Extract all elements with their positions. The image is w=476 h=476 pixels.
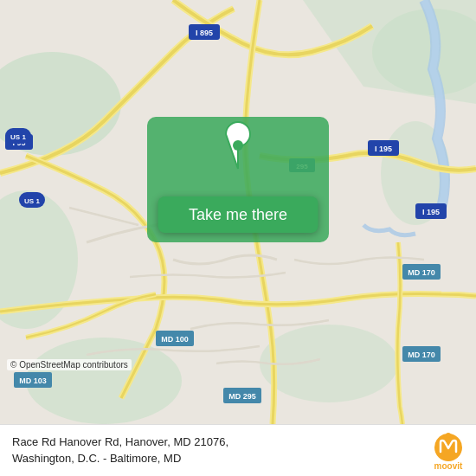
bottom-bar: Race Rd Hanover Rd, Hanover, MD 21076, W… [0, 424, 476, 476]
address-text: Race Rd Hanover Rd, Hanover, MD 21076, W… [12, 434, 424, 466]
svg-text:MD 100: MD 100 [161, 335, 189, 344]
moovit-label: moovit [434, 461, 463, 471]
osm-attribution: © OpenStreetMap contributors [7, 359, 132, 370]
svg-text:MD 103: MD 103 [19, 376, 47, 385]
svg-point-35 [446, 433, 451, 438]
svg-text:MD 170: MD 170 [408, 351, 435, 359]
svg-text:US 1: US 1 [10, 133, 26, 141]
svg-text:I 895: I 895 [196, 29, 213, 37]
svg-point-33 [233, 140, 243, 151]
svg-text:MD 295: MD 295 [228, 392, 256, 401]
svg-text:I 195: I 195 [375, 145, 392, 153]
moovit-logo: moovit [433, 430, 464, 471]
svg-text:I 195: I 195 [422, 208, 440, 216]
svg-text:MD 170: MD 170 [408, 268, 435, 277]
take-me-there-button[interactable]: Take me there [158, 196, 318, 233]
svg-text:US 1: US 1 [24, 197, 40, 205]
